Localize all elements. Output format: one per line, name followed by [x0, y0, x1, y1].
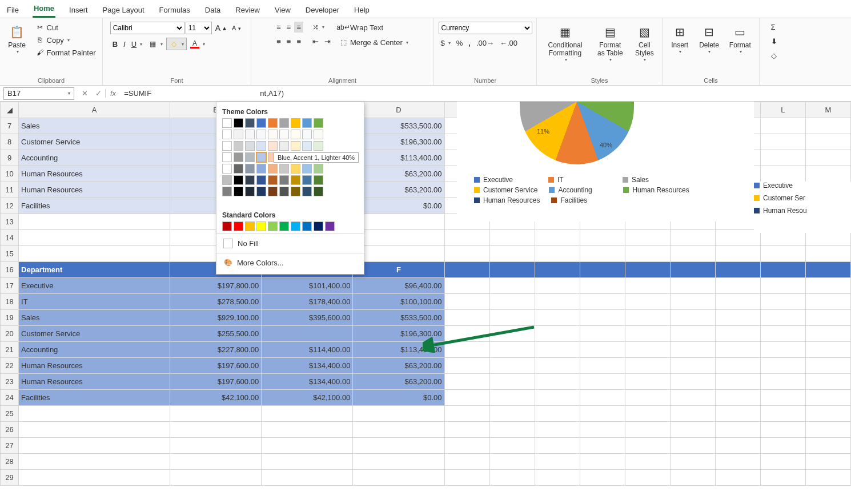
cell[interactable] — [580, 406, 625, 422]
insert-cells-button[interactable]: ⊞Insert▾ — [667, 22, 692, 55]
cell[interactable] — [580, 278, 625, 294]
row-header[interactable]: 19 — [1, 310, 19, 326]
cell[interactable]: Human Resources — [19, 374, 170, 390]
color-swatch[interactable] — [256, 175, 266, 185]
color-swatch[interactable] — [268, 187, 278, 196]
cell[interactable] — [670, 390, 715, 406]
cell[interactable] — [170, 406, 261, 422]
cell[interactable] — [535, 134, 580, 150]
cell[interactable]: $196,300.00 — [353, 134, 444, 150]
cell[interactable] — [670, 246, 715, 262]
cell[interactable] — [760, 134, 805, 150]
color-swatch[interactable] — [234, 175, 243, 185]
cell[interactable] — [670, 326, 715, 342]
row-header[interactable]: 9 — [1, 150, 19, 166]
cell[interactable]: Sales — [19, 118, 170, 134]
cell[interactable] — [535, 150, 580, 166]
cell[interactable] — [670, 422, 715, 438]
cell[interactable] — [444, 294, 489, 310]
cell[interactable] — [535, 214, 580, 230]
cell[interactable] — [444, 182, 489, 198]
cell[interactable] — [715, 422, 760, 438]
cell[interactable] — [715, 246, 760, 262]
cell[interactable] — [670, 230, 715, 246]
cell[interactable]: $63,200.00 — [353, 374, 444, 390]
cell[interactable]: $134,400.00 — [262, 374, 353, 390]
cell[interactable] — [715, 406, 760, 422]
cell[interactable] — [444, 310, 489, 326]
row-header[interactable]: 11 — [1, 182, 19, 198]
color-swatch[interactable] — [314, 187, 323, 196]
cell[interactable] — [580, 214, 625, 230]
color-swatch[interactable] — [234, 130, 243, 139]
cell[interactable]: Facilities — [19, 390, 170, 406]
cell[interactable] — [170, 422, 261, 438]
cell[interactable] — [760, 406, 805, 422]
cell[interactable] — [444, 422, 489, 438]
cell[interactable] — [489, 262, 535, 278]
cell[interactable] — [625, 454, 670, 470]
color-swatch[interactable] — [268, 221, 278, 231]
cell[interactable] — [625, 374, 670, 390]
cell[interactable] — [805, 358, 850, 374]
cell[interactable]: $100,100.00 — [353, 294, 444, 310]
color-swatch[interactable] — [279, 175, 289, 185]
cell[interactable] — [625, 230, 670, 246]
cell[interactable] — [444, 262, 489, 278]
cell[interactable] — [670, 294, 715, 310]
cell[interactable] — [489, 182, 535, 198]
cell[interactable] — [670, 454, 715, 470]
cell[interactable] — [805, 374, 850, 390]
decrease-indent-button[interactable]: ⇤ — [310, 36, 321, 47]
row-header[interactable]: 26 — [1, 422, 19, 438]
cell[interactable] — [580, 294, 625, 310]
cell[interactable] — [535, 422, 580, 438]
col-header[interactable]: G — [535, 102, 580, 118]
row-header[interactable]: 21 — [1, 342, 19, 358]
menu-help[interactable]: Help — [353, 3, 371, 18]
cell[interactable] — [444, 454, 489, 470]
cell[interactable] — [625, 118, 670, 134]
cell[interactable] — [670, 470, 715, 486]
cell[interactable] — [670, 438, 715, 454]
cell[interactable] — [19, 406, 170, 422]
cut-button[interactable]: ✂Cut — [33, 22, 98, 33]
cell[interactable] — [535, 454, 580, 470]
color-swatch[interactable] — [268, 141, 278, 151]
menu-insert[interactable]: Insert — [68, 3, 89, 18]
menu-view[interactable]: View — [274, 3, 292, 18]
cell[interactable] — [489, 150, 535, 166]
row-header[interactable]: 10 — [1, 166, 19, 182]
cell[interactable] — [670, 166, 715, 182]
color-swatch[interactable] — [256, 164, 266, 174]
cell[interactable]: $196,300.00 — [353, 326, 444, 342]
format-cells-button[interactable]: ▭Format▾ — [726, 22, 754, 55]
cell[interactable] — [353, 214, 444, 230]
cell[interactable] — [580, 342, 625, 358]
paste-button[interactable]: 📋 Paste▾ — [5, 22, 30, 55]
color-swatch[interactable] — [256, 187, 266, 196]
row-header[interactable]: 12 — [1, 198, 19, 214]
row-header[interactable]: 23 — [1, 374, 19, 390]
cell[interactable] — [715, 278, 760, 294]
cell[interactable] — [805, 422, 850, 438]
cell[interactable] — [805, 326, 850, 342]
cell[interactable] — [670, 134, 715, 150]
color-swatch[interactable] — [302, 118, 312, 128]
color-swatch[interactable] — [302, 187, 312, 196]
cell[interactable] — [489, 310, 535, 326]
fx-icon[interactable]: fx — [105, 89, 121, 98]
color-swatch[interactable] — [234, 118, 243, 128]
cell[interactable]: $0.00 — [353, 390, 444, 406]
cell[interactable]: $197,600.00 — [170, 374, 261, 390]
color-swatch[interactable] — [222, 164, 232, 174]
increase-indent-button[interactable]: ⇥ — [322, 36, 333, 47]
col-header[interactable]: L — [760, 102, 805, 118]
cell[interactable]: Human Resources — [19, 166, 170, 182]
col-header[interactable]: I — [625, 102, 670, 118]
cell[interactable]: IT — [19, 294, 170, 310]
cell[interactable] — [262, 406, 353, 422]
cell[interactable] — [580, 134, 625, 150]
cell[interactable]: $227,800.00 — [170, 342, 261, 358]
cell[interactable] — [580, 182, 625, 198]
